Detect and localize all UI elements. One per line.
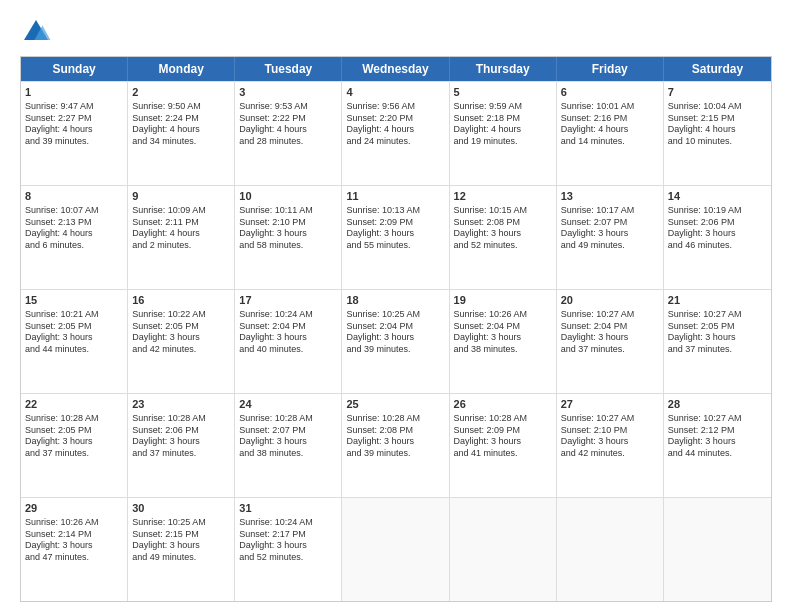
day-number: 25: [346, 397, 444, 412]
day-info: Sunrise: 10:28 AM Sunset: 2:06 PM Daylig…: [132, 413, 230, 460]
empty-cell: [450, 498, 557, 601]
week-row-4: 29Sunrise: 10:26 AM Sunset: 2:14 PM Dayl…: [21, 497, 771, 601]
day-number: 23: [132, 397, 230, 412]
day-number: 6: [561, 85, 659, 100]
empty-cell: [664, 498, 771, 601]
day-cell-10: 10Sunrise: 10:11 AM Sunset: 2:10 PM Dayl…: [235, 186, 342, 289]
day-info: Sunrise: 10:28 AM Sunset: 2:05 PM Daylig…: [25, 413, 123, 460]
day-cell-29: 29Sunrise: 10:26 AM Sunset: 2:14 PM Dayl…: [21, 498, 128, 601]
day-info: Sunrise: 10:13 AM Sunset: 2:09 PM Daylig…: [346, 205, 444, 252]
cal-header-friday: Friday: [557, 57, 664, 81]
day-number: 18: [346, 293, 444, 308]
day-number: 14: [668, 189, 767, 204]
day-number: 13: [561, 189, 659, 204]
day-number: 16: [132, 293, 230, 308]
header: [20, 16, 772, 48]
logo-icon: [20, 16, 52, 48]
day-number: 11: [346, 189, 444, 204]
day-cell-11: 11Sunrise: 10:13 AM Sunset: 2:09 PM Dayl…: [342, 186, 449, 289]
empty-cell: [557, 498, 664, 601]
day-cell-6: 6Sunrise: 10:01 AM Sunset: 2:16 PM Dayli…: [557, 82, 664, 185]
day-cell-4: 4Sunrise: 9:56 AM Sunset: 2:20 PM Daylig…: [342, 82, 449, 185]
day-cell-24: 24Sunrise: 10:28 AM Sunset: 2:07 PM Dayl…: [235, 394, 342, 497]
day-number: 17: [239, 293, 337, 308]
week-row-1: 8Sunrise: 10:07 AM Sunset: 2:13 PM Dayli…: [21, 185, 771, 289]
day-number: 28: [668, 397, 767, 412]
cal-header-saturday: Saturday: [664, 57, 771, 81]
day-number: 10: [239, 189, 337, 204]
day-info: Sunrise: 10:21 AM Sunset: 2:05 PM Daylig…: [25, 309, 123, 356]
day-cell-23: 23Sunrise: 10:28 AM Sunset: 2:06 PM Dayl…: [128, 394, 235, 497]
day-info: Sunrise: 10:26 AM Sunset: 2:04 PM Daylig…: [454, 309, 552, 356]
day-cell-2: 2Sunrise: 9:50 AM Sunset: 2:24 PM Daylig…: [128, 82, 235, 185]
day-cell-16: 16Sunrise: 10:22 AM Sunset: 2:05 PM Dayl…: [128, 290, 235, 393]
day-number: 29: [25, 501, 123, 516]
day-info: Sunrise: 10:11 AM Sunset: 2:10 PM Daylig…: [239, 205, 337, 252]
day-info: Sunrise: 9:59 AM Sunset: 2:18 PM Dayligh…: [454, 101, 552, 148]
day-cell-27: 27Sunrise: 10:27 AM Sunset: 2:10 PM Dayl…: [557, 394, 664, 497]
week-row-2: 15Sunrise: 10:21 AM Sunset: 2:05 PM Dayl…: [21, 289, 771, 393]
day-cell-22: 22Sunrise: 10:28 AM Sunset: 2:05 PM Dayl…: [21, 394, 128, 497]
day-cell-1: 1Sunrise: 9:47 AM Sunset: 2:27 PM Daylig…: [21, 82, 128, 185]
day-cell-28: 28Sunrise: 10:27 AM Sunset: 2:12 PM Dayl…: [664, 394, 771, 497]
day-number: 31: [239, 501, 337, 516]
day-number: 8: [25, 189, 123, 204]
day-info: Sunrise: 10:22 AM Sunset: 2:05 PM Daylig…: [132, 309, 230, 356]
day-info: Sunrise: 10:27 AM Sunset: 2:10 PM Daylig…: [561, 413, 659, 460]
day-info: Sunrise: 10:27 AM Sunset: 2:12 PM Daylig…: [668, 413, 767, 460]
day-number: 7: [668, 85, 767, 100]
calendar-header: SundayMondayTuesdayWednesdayThursdayFrid…: [21, 57, 771, 81]
day-info: Sunrise: 9:53 AM Sunset: 2:22 PM Dayligh…: [239, 101, 337, 148]
day-info: Sunrise: 10:24 AM Sunset: 2:04 PM Daylig…: [239, 309, 337, 356]
day-cell-15: 15Sunrise: 10:21 AM Sunset: 2:05 PM Dayl…: [21, 290, 128, 393]
day-info: Sunrise: 10:09 AM Sunset: 2:11 PM Daylig…: [132, 205, 230, 252]
day-cell-14: 14Sunrise: 10:19 AM Sunset: 2:06 PM Dayl…: [664, 186, 771, 289]
day-cell-25: 25Sunrise: 10:28 AM Sunset: 2:08 PM Dayl…: [342, 394, 449, 497]
cal-header-tuesday: Tuesday: [235, 57, 342, 81]
day-number: 21: [668, 293, 767, 308]
empty-cell: [342, 498, 449, 601]
day-cell-12: 12Sunrise: 10:15 AM Sunset: 2:08 PM Dayl…: [450, 186, 557, 289]
day-cell-21: 21Sunrise: 10:27 AM Sunset: 2:05 PM Dayl…: [664, 290, 771, 393]
day-number: 22: [25, 397, 123, 412]
week-row-0: 1Sunrise: 9:47 AM Sunset: 2:27 PM Daylig…: [21, 81, 771, 185]
day-number: 26: [454, 397, 552, 412]
day-info: Sunrise: 10:17 AM Sunset: 2:07 PM Daylig…: [561, 205, 659, 252]
day-info: Sunrise: 10:25 AM Sunset: 2:04 PM Daylig…: [346, 309, 444, 356]
day-info: Sunrise: 10:15 AM Sunset: 2:08 PM Daylig…: [454, 205, 552, 252]
day-info: Sunrise: 10:01 AM Sunset: 2:16 PM Daylig…: [561, 101, 659, 148]
day-number: 2: [132, 85, 230, 100]
cal-header-sunday: Sunday: [21, 57, 128, 81]
day-number: 3: [239, 85, 337, 100]
day-info: Sunrise: 9:56 AM Sunset: 2:20 PM Dayligh…: [346, 101, 444, 148]
day-info: Sunrise: 9:47 AM Sunset: 2:27 PM Dayligh…: [25, 101, 123, 148]
day-number: 4: [346, 85, 444, 100]
day-info: Sunrise: 10:19 AM Sunset: 2:06 PM Daylig…: [668, 205, 767, 252]
day-cell-18: 18Sunrise: 10:25 AM Sunset: 2:04 PM Dayl…: [342, 290, 449, 393]
day-info: Sunrise: 10:04 AM Sunset: 2:15 PM Daylig…: [668, 101, 767, 148]
day-number: 1: [25, 85, 123, 100]
day-info: Sunrise: 10:24 AM Sunset: 2:17 PM Daylig…: [239, 517, 337, 564]
day-info: Sunrise: 10:25 AM Sunset: 2:15 PM Daylig…: [132, 517, 230, 564]
day-cell-31: 31Sunrise: 10:24 AM Sunset: 2:17 PM Dayl…: [235, 498, 342, 601]
day-info: Sunrise: 10:28 AM Sunset: 2:08 PM Daylig…: [346, 413, 444, 460]
day-info: Sunrise: 10:27 AM Sunset: 2:04 PM Daylig…: [561, 309, 659, 356]
day-number: 5: [454, 85, 552, 100]
day-cell-7: 7Sunrise: 10:04 AM Sunset: 2:15 PM Dayli…: [664, 82, 771, 185]
day-number: 15: [25, 293, 123, 308]
day-number: 20: [561, 293, 659, 308]
day-number: 30: [132, 501, 230, 516]
day-cell-3: 3Sunrise: 9:53 AM Sunset: 2:22 PM Daylig…: [235, 82, 342, 185]
logo: [20, 16, 56, 48]
day-number: 9: [132, 189, 230, 204]
cal-header-thursday: Thursday: [450, 57, 557, 81]
cal-header-wednesday: Wednesday: [342, 57, 449, 81]
day-info: Sunrise: 10:27 AM Sunset: 2:05 PM Daylig…: [668, 309, 767, 356]
day-info: Sunrise: 10:28 AM Sunset: 2:09 PM Daylig…: [454, 413, 552, 460]
week-row-3: 22Sunrise: 10:28 AM Sunset: 2:05 PM Dayl…: [21, 393, 771, 497]
calendar: SundayMondayTuesdayWednesdayThursdayFrid…: [20, 56, 772, 602]
day-cell-9: 9Sunrise: 10:09 AM Sunset: 2:11 PM Dayli…: [128, 186, 235, 289]
day-cell-30: 30Sunrise: 10:25 AM Sunset: 2:15 PM Dayl…: [128, 498, 235, 601]
day-info: Sunrise: 10:26 AM Sunset: 2:14 PM Daylig…: [25, 517, 123, 564]
day-number: 12: [454, 189, 552, 204]
